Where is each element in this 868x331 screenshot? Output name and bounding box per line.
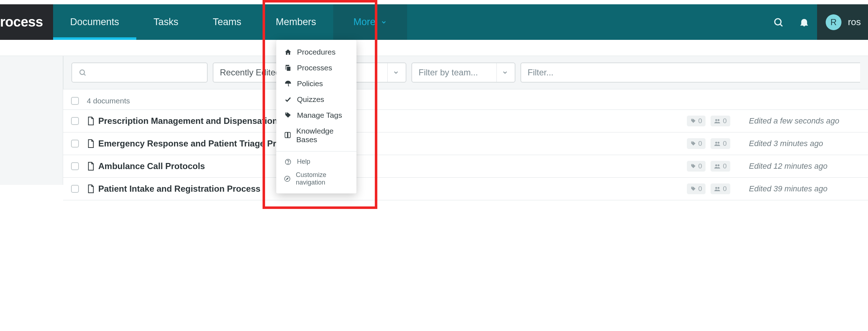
tags-count: 0 — [698, 185, 702, 193]
document-title-text: Emergency Response and Patient Triage Pr… — [98, 139, 301, 149]
tags-count: 0 — [698, 117, 702, 125]
dropdown-divider — [276, 151, 357, 151]
tags-badge[interactable]: 0 — [687, 138, 706, 149]
document-title-text: Ambulance Call Protocols — [98, 161, 205, 171]
nav-tasks[interactable]: Tasks — [136, 4, 195, 40]
document-title[interactable]: Emergency Response and Patient Triage Pr… — [87, 139, 679, 149]
row-checkbox[interactable] — [71, 140, 79, 148]
more-dropdown: Procedures Processes Policies Quizzes Ma… — [276, 40, 357, 194]
results-count-row: 4 documents — [63, 89, 868, 109]
svg-point-7 — [80, 70, 85, 75]
navbar: Documents Tasks Teams Members More R ros — [53, 4, 868, 40]
document-icon — [87, 116, 95, 126]
document-title-text: Patient Intake and Registration Process — [98, 184, 260, 194]
search-icon — [79, 69, 86, 76]
search-input-wrapper[interactable] — [71, 62, 208, 83]
search-button[interactable] — [765, 4, 791, 40]
people-badge[interactable]: 0 — [711, 138, 730, 149]
document-row[interactable]: Patient Intake and Registration Process … — [63, 177, 868, 200]
nav-teams[interactable]: Teams — [195, 4, 259, 40]
people-icon — [714, 118, 721, 124]
people-count: 0 — [723, 162, 727, 170]
nav-spacer — [407, 4, 765, 40]
top-nav: rocess Documents Tasks Teams Members Mor… — [0, 4, 868, 40]
document-icon — [87, 162, 95, 171]
results-count: 4 documents — [87, 97, 130, 105]
more-customize-nav[interactable]: Customize navigation — [276, 168, 357, 189]
people-badge[interactable]: 0 — [711, 161, 730, 172]
compass-icon — [284, 176, 291, 182]
tags-count: 0 — [698, 162, 702, 170]
document-row[interactable]: Emergency Response and Patient Triage Pr… — [63, 132, 868, 155]
dd-label: Help — [297, 158, 310, 166]
svg-point-14 — [718, 164, 720, 166]
nav-documents[interactable]: Documents — [53, 4, 137, 40]
people-icon — [714, 141, 721, 146]
sidebar — [0, 56, 63, 185]
edited-time: Edited 3 minutes ago — [749, 139, 860, 148]
more-processes[interactable]: Processes — [276, 60, 357, 76]
more-manage-tags[interactable]: Manage Tags — [276, 107, 357, 123]
filter-bar: Recently Edited Filter by team... Filter… — [63, 56, 868, 89]
more-quizzes[interactable]: Quizzes — [276, 92, 357, 107]
document-meta: 0 0 — [687, 116, 730, 126]
row-checkbox[interactable] — [71, 162, 79, 170]
svg-line-1 — [780, 24, 782, 26]
tag-icon — [284, 112, 292, 119]
umbrella-icon — [284, 80, 292, 87]
people-badge[interactable]: 0 — [711, 116, 730, 126]
tags-badge[interactable]: 0 — [687, 183, 706, 194]
filter-team-select[interactable]: Filter by team... — [411, 62, 515, 83]
document-row[interactable]: Ambulance Call Protocols 0 0 Edited 12 m… — [63, 155, 868, 177]
more-procedures[interactable]: Procedures — [276, 44, 357, 60]
sort-label: Recently Edited — [220, 67, 280, 78]
people-icon — [714, 186, 721, 192]
tag-icon — [690, 118, 696, 124]
tags-count: 0 — [698, 140, 702, 148]
check-icon — [284, 96, 292, 103]
svg-point-9 — [716, 119, 717, 121]
row-checkbox[interactable] — [71, 185, 79, 193]
tags-badge[interactable]: 0 — [687, 116, 706, 126]
dd-label: Manage Tags — [297, 111, 342, 120]
document-title[interactable]: Ambulance Call Protocols — [87, 161, 679, 171]
select-all-checkbox[interactable] — [71, 97, 79, 105]
chevron-down-icon — [496, 63, 508, 82]
tag-icon — [690, 163, 696, 169]
more-help[interactable]: Help — [276, 155, 357, 168]
tags-badge[interactable]: 0 — [687, 161, 706, 172]
user-name: ros — [848, 17, 861, 28]
svg-point-13 — [716, 164, 717, 166]
notifications-button[interactable] — [791, 4, 817, 40]
svg-point-16 — [718, 187, 720, 189]
page-body: Recently Edited Filter by team... Filter… — [0, 56, 868, 200]
edited-time: Edited 12 minutes ago — [749, 162, 860, 171]
dd-label: Procedures — [297, 48, 335, 56]
svg-point-11 — [716, 142, 717, 144]
svg-rect-2 — [287, 67, 291, 71]
svg-marker-6 — [286, 178, 288, 180]
people-badge[interactable]: 0 — [711, 183, 730, 194]
people-count: 0 — [723, 185, 727, 193]
svg-point-12 — [718, 142, 720, 144]
filter-select[interactable]: Filter... — [520, 62, 860, 83]
brand-logo: rocess — [0, 4, 53, 40]
dd-label: Knowledge Bases — [296, 127, 349, 144]
document-title[interactable]: Patient Intake and Registration Process — [87, 184, 679, 194]
more-knowledge-bases[interactable]: Knowledge Bases — [276, 123, 357, 148]
svg-point-10 — [718, 119, 720, 121]
search-input[interactable] — [91, 67, 201, 78]
edited-time: Edited a few seconds ago — [749, 116, 860, 126]
nav-more[interactable]: More — [333, 4, 407, 40]
avatar: R — [826, 14, 841, 30]
svg-point-0 — [775, 19, 781, 25]
search-icon — [773, 17, 784, 28]
row-checkbox[interactable] — [71, 117, 79, 125]
more-policies[interactable]: Policies — [276, 76, 357, 92]
nav-members[interactable]: Members — [259, 4, 334, 40]
bell-icon — [799, 17, 809, 27]
user-menu[interactable]: R ros — [817, 4, 868, 40]
document-row[interactable]: Prescription Management and Dispensation… — [63, 109, 868, 132]
document-title[interactable]: Prescription Management and Dispensation… — [87, 116, 679, 126]
home-icon — [284, 48, 292, 56]
